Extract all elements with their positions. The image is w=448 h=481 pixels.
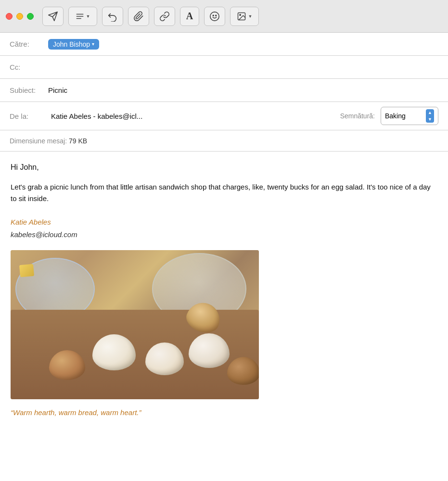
subject-field-row[interactable]: Subiect: Picnic xyxy=(0,79,448,102)
minimize-button[interactable] xyxy=(16,13,23,20)
stepper-down-icon[interactable]: ▼ xyxy=(426,116,434,123)
email-greeting: Hi John, xyxy=(11,161,437,174)
subject-label: Subiect: xyxy=(10,86,48,94)
subject-value: Picnic xyxy=(48,86,67,94)
from-value: Katie Abeles - kabeles@icl... xyxy=(51,112,142,120)
email-body[interactable]: Hi John, Let's grab a picnic lunch from … xyxy=(0,152,448,481)
email-image xyxy=(11,250,259,399)
send-button[interactable] xyxy=(42,7,64,26)
close-button[interactable] xyxy=(6,13,13,20)
photo-icon xyxy=(237,12,246,21)
attach-link-button[interactable] xyxy=(154,7,175,26)
signature-label: Semnătură: xyxy=(340,112,375,120)
to-recipient-chip[interactable]: John Bishop ▾ xyxy=(48,39,99,50)
recipient-chevron-icon: ▾ xyxy=(92,41,94,47)
emoji-button[interactable] xyxy=(204,7,225,26)
paperclip-icon xyxy=(133,11,144,22)
svg-point-4 xyxy=(213,15,214,16)
photo-button[interactable]: ▼ xyxy=(230,7,259,26)
email-paragraph: Let's grab a picnic lunch from that litt… xyxy=(11,181,437,205)
size-label: Dimensiune mesaj: xyxy=(10,137,67,145)
cc-label: Cc: xyxy=(10,63,48,71)
egg-5 xyxy=(227,357,259,385)
font-button[interactable]: A xyxy=(180,7,199,26)
attach-button[interactable] xyxy=(128,7,149,26)
send-icon xyxy=(48,11,58,22)
image-background xyxy=(11,250,259,399)
svg-point-7 xyxy=(239,14,241,15)
size-value: 79 KB xyxy=(69,137,87,145)
attach-link-icon xyxy=(159,11,170,22)
chevron-down-icon: ▼ xyxy=(86,14,90,19)
from-right: Semnătură: Baking ▲ ▼ xyxy=(340,107,438,125)
stepper-up-icon[interactable]: ▲ xyxy=(426,109,434,116)
signature-value: Baking xyxy=(385,112,406,120)
signature-name: Katie Abeles xyxy=(11,216,437,228)
to-field-row: Către: John Bishop ▾ xyxy=(0,33,448,56)
formatting-icon xyxy=(76,12,84,21)
from-field-row: De la: Katie Abeles - kabeles@icl... Sem… xyxy=(0,102,448,130)
to-label: Către: xyxy=(10,40,48,48)
to-recipient-name: John Bishop xyxy=(53,40,90,48)
butter-block xyxy=(19,264,34,278)
window-controls xyxy=(6,13,34,20)
undo-button[interactable] xyxy=(102,7,123,26)
signature-dropdown[interactable]: Baking ▲ ▼ xyxy=(381,107,438,125)
formatting-button[interactable]: ▼ xyxy=(68,7,97,26)
maximize-button[interactable] xyxy=(27,13,34,20)
compose-area: Către: John Bishop ▾ Cc: Subiect: Picnic… xyxy=(0,33,448,481)
emoji-icon xyxy=(209,11,220,22)
from-label: De la: xyxy=(10,112,48,120)
photo-chevron-icon: ▼ xyxy=(248,14,253,19)
size-row: Dimensiune mesaj: 79 KB xyxy=(0,130,448,152)
svg-point-3 xyxy=(210,12,219,20)
signature-email: kabeles@icloud.com xyxy=(11,229,437,240)
undo-icon xyxy=(107,11,118,22)
signature-stepper[interactable]: ▲ ▼ xyxy=(426,109,434,123)
cc-field-row[interactable]: Cc: xyxy=(0,56,448,79)
email-quote: “Warm hearth, warm bread, warm heart.” xyxy=(11,407,437,418)
font-icon: A xyxy=(186,11,193,22)
from-left: De la: Katie Abeles - kabeles@icl... xyxy=(10,112,340,120)
svg-point-5 xyxy=(216,15,217,16)
titlebar: ▼ A ▼ xyxy=(0,0,448,33)
